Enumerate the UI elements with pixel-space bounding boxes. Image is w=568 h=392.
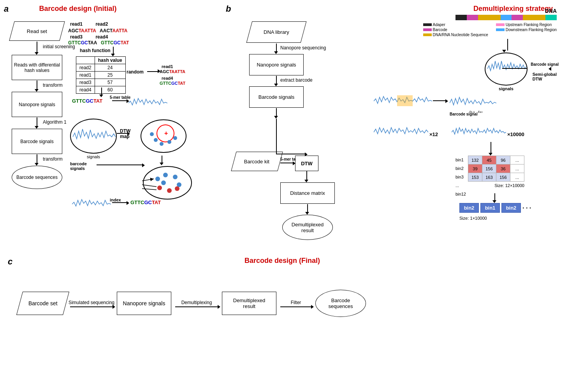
- random-read4-label: read4: [162, 76, 173, 80]
- svg-point-6: [150, 132, 154, 136]
- alg1-label: Algorithm 1: [43, 119, 67, 125]
- arrowhead-bc-cluster: [160, 163, 164, 165]
- svg-text:+: +: [164, 130, 168, 136]
- main-container: a Barcode design (Initial) Read set init…: [0, 0, 568, 392]
- signals-label-a: signals: [70, 154, 117, 159]
- random-arrow: [147, 71, 159, 72]
- arrowhead-bs-dtw: [305, 152, 308, 156]
- seq-result: GTTCGCTAT: [130, 200, 161, 205]
- transform2-label: transform: [43, 156, 63, 162]
- nanopore-signals-box-b: Nanopore signals: [249, 54, 304, 75]
- svg-point-4: [160, 142, 164, 146]
- panel-c: c Barcode design (Final) Barcode set Sim…: [4, 257, 561, 381]
- demux-result-box-c: Demultiplexed result: [222, 292, 276, 315]
- arrow-b3: [276, 108, 277, 117]
- arrow-1: [37, 42, 37, 53]
- arrow-bk: [280, 163, 294, 163]
- panel-a: a Barcode design (Initial) Read set init…: [4, 4, 222, 253]
- arrow-bc-label: [97, 164, 143, 165]
- hash-function-label: hash function: [80, 48, 111, 53]
- arrowhead-dna-signals: [502, 50, 506, 52]
- signals-label-b: signals: [485, 86, 528, 91]
- svg-point-8: [143, 166, 192, 199]
- random-read4-seq: GTTCGCTAT: [160, 81, 185, 86]
- svg-point-16: [161, 180, 166, 185]
- nanopore-signals-box-a: Nanopore signals: [12, 92, 62, 117]
- arrowhead-extract: [445, 99, 448, 103]
- arrow-extract: [433, 100, 447, 101]
- barcode-signal-area: Barcode signal: [531, 62, 559, 67]
- arrow-bs-to-dtw: [276, 119, 277, 154]
- svg-point-11: [173, 175, 178, 179]
- dna-library-box: DNA library: [249, 21, 304, 43]
- dna-bar: [455, 15, 557, 20]
- arrowhead-dtw-down: [304, 180, 308, 182]
- random-read1-seq: AGCTAATTA: [160, 69, 185, 74]
- matrix-area: bin1 bin2 bin3 ... bin12 132 45 96 ...: [455, 156, 524, 198]
- panel-c-title: Barcode design (Final): [4, 257, 561, 265]
- index-label: index: [110, 198, 121, 202]
- barcode-set-para: Barcode set: [16, 292, 69, 315]
- svg-point-10: [163, 173, 168, 177]
- panel-b-title: Demultiplexing strategy: [428, 5, 553, 13]
- read3-label: read3 read4: [70, 34, 108, 40]
- read1-label: read1 read2: [70, 21, 108, 27]
- transform1-label: transform: [43, 82, 63, 88]
- x10000-signals: [452, 124, 506, 140]
- arrowhead-dm-down: [305, 212, 309, 215]
- barcode-signals-box-b: Barcode signals: [249, 86, 304, 108]
- read3-seq: GTTCGCTAA GTTCGCTAT: [68, 40, 129, 46]
- five-mer-label: 5-mer table: [110, 95, 130, 100]
- nanopore-signals-box-c: Nanopore signals: [117, 292, 171, 315]
- svg-point-7: [173, 136, 177, 140]
- arrowhead-to-matrix: [489, 153, 492, 156]
- arrowhead-b1: [274, 51, 278, 54]
- random-label: random: [127, 69, 144, 75]
- barcode-out-svg: [450, 95, 496, 111]
- arrowhead-5mer: [99, 94, 103, 97]
- svg-point-5: [167, 140, 171, 144]
- arrow-bs-horizontal: [276, 154, 306, 154]
- dna-label: DNA: [545, 8, 557, 14]
- seq-gttcgctat: GTTCGCTAT: [72, 98, 102, 104]
- arrowhead-b3: [274, 116, 278, 119]
- svg-point-13: [157, 186, 162, 190]
- c-arrow3: Filter: [276, 300, 315, 307]
- extract-barcode-label: extract barcode: [280, 77, 313, 83]
- index-arrowhead: [127, 201, 129, 205]
- barcode-signals-label-a: barcodesignals: [70, 161, 87, 171]
- barcode-sequences-oval-a: Barcode sequences: [12, 166, 62, 189]
- legend: Adaper Barcode DNA/RNA Nucleotide Sequen…: [423, 23, 557, 37]
- arrowhead-1: [35, 52, 39, 55]
- barcode-sequences-oval-c: Barcode sequences: [315, 290, 366, 317]
- read-set-box: Read set: [12, 21, 62, 41]
- random-read1-label: read1: [162, 64, 173, 69]
- barcode-kit-box: Barcode kit: [234, 152, 280, 171]
- semi-global-dtw-label: Semi-globalDTW: [533, 72, 557, 81]
- nanopore-seq-label: Nanopore sequencing: [280, 45, 326, 51]
- svg-point-3: [154, 138, 158, 142]
- dtw-box: DTW: [295, 156, 318, 171]
- panel-a-label: a: [4, 4, 9, 14]
- dtw-arrow: [117, 133, 128, 134]
- arrow-bc-cluster: [162, 156, 162, 163]
- barcode-signal-label-b: Barcode signal: [450, 112, 478, 116]
- arrowhead-hash: [111, 54, 115, 56]
- arrow-dm-down: [307, 204, 308, 213]
- arrow-5mer2: [112, 100, 128, 101]
- arrow-sgdtw: [502, 68, 528, 69]
- panel-b: b Demultiplexing strategy DNA library Na…: [226, 4, 561, 253]
- arrow-to-matrix: [491, 142, 491, 154]
- signal-waveform-1: [128, 95, 167, 109]
- dtw-arrowhead: [127, 132, 130, 136]
- arrowhead-sgdtw: [549, 67, 551, 71]
- index-arrow: [112, 202, 128, 203]
- reads-diff-box: Reads with differential hash values: [12, 55, 62, 80]
- extract-signal-svg: [374, 93, 432, 109]
- panel-c-flow: Barcode set Simulated sequencing Nanopor…: [19, 290, 366, 317]
- arrow-dna-signals: [507, 39, 508, 51]
- signals-oval-b: signals: [485, 52, 528, 91]
- arrow-b1: [276, 44, 277, 52]
- arrow-hash: [113, 47, 114, 54]
- x12-label: ×12: [429, 131, 438, 137]
